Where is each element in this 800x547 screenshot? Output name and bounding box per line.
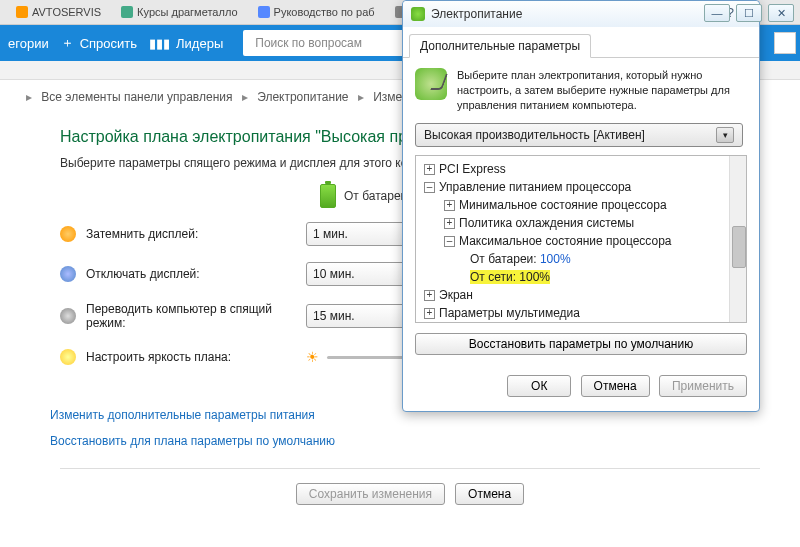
scrollbar[interactable] (729, 156, 746, 322)
settings-tree: +PCI Express –Управление питанием процес… (415, 155, 747, 323)
nav-leaders[interactable]: ▮▮▮Лидеры (149, 36, 223, 51)
cancel-button[interactable]: Отмена (455, 483, 524, 505)
battery-icon (320, 184, 336, 208)
power-options-dialog: Электропитание ? ✕ Дополнительные параме… (402, 0, 760, 412)
brightness-icon (60, 349, 76, 365)
tab-label: AVTOSERVIS (32, 6, 101, 18)
page-footer: Сохранить изменения Отмена (60, 468, 760, 519)
browser-tab[interactable]: AVTOSERVIS (8, 6, 109, 18)
chevron-right-icon: ▸ (358, 90, 364, 104)
cancel-button[interactable]: Отмена (581, 375, 650, 397)
expand-icon[interactable]: + (424, 164, 435, 175)
intro-text: Выберите план электропитания, который ну… (457, 68, 747, 113)
ok-button[interactable]: ОК (507, 375, 571, 397)
expand-icon[interactable]: + (424, 290, 435, 301)
dialog-body: Выберите план электропитания, который ну… (403, 58, 759, 365)
tree-value-row[interactable]: От батареи: 100% (418, 250, 744, 268)
page-icon[interactable] (774, 32, 796, 54)
combo-value: 15 мин. (313, 309, 355, 323)
row-label: Настроить яркость плана: (86, 350, 306, 364)
nav-ask[interactable]: ＋Спросить (61, 34, 137, 52)
expand-icon[interactable]: + (444, 218, 455, 229)
dialog-tabstrip: Дополнительные параметры (403, 29, 759, 58)
collapse-icon[interactable]: – (424, 182, 435, 193)
battery-plug-icon (415, 68, 447, 100)
tree-node[interactable]: Управление питанием процессора (439, 180, 631, 194)
bars-icon: ▮▮▮ (149, 36, 170, 51)
dialog-footer: ОК Отмена Применить (403, 365, 759, 411)
tree-node[interactable]: Экран (439, 288, 473, 302)
restore-row: Восстановить параметры по умолчанию (415, 333, 747, 355)
collapse-icon[interactable]: – (444, 236, 455, 247)
dim-icon (60, 226, 76, 242)
save-button[interactable]: Сохранить изменения (296, 483, 445, 505)
plus-icon: ＋ (61, 34, 74, 52)
tree-node[interactable]: PCI Express (439, 162, 506, 176)
minimize-button[interactable]: — (704, 4, 730, 22)
ac-max-value: 100% (519, 270, 550, 284)
monitor-off-icon (60, 266, 76, 282)
close-button[interactable]: ✕ (768, 4, 794, 22)
tree-node[interactable]: Политика охлаждения системы (459, 216, 634, 230)
sleep-icon (60, 308, 76, 324)
restore-defaults-button[interactable]: Восстановить параметры по умолчанию (415, 333, 747, 355)
tree-node[interactable]: Параметры мультимедиа (439, 306, 580, 320)
tab-label: Курсы драгметалло (137, 6, 237, 18)
power-icon (411, 7, 425, 21)
tab-label: Руководство по раб (274, 6, 375, 18)
combo-value: 10 мин. (313, 267, 355, 281)
nav-categories[interactable]: егории (8, 36, 49, 51)
combo-value: Высокая производительность [Активен] (424, 128, 645, 142)
chevron-right-icon: ▸ (242, 90, 248, 104)
dialog-title: Электропитание (431, 7, 522, 21)
chevron-right-icon: ▸ (26, 90, 32, 104)
scrollbar-thumb[interactable] (732, 226, 746, 268)
browser-tab[interactable]: Руководство по раб (250, 6, 383, 18)
battery-label: От батареи (344, 189, 407, 203)
tab-advanced[interactable]: Дополнительные параметры (409, 34, 591, 58)
row-label: Переводить компьютер в спящий режим: (86, 302, 306, 330)
battery-max-value[interactable]: 100% (540, 252, 571, 266)
tree-value-row[interactable]: От сети: 100% (418, 268, 744, 286)
tree-node[interactable]: Максимальное состояние процессора (459, 234, 671, 248)
row-label: Затемнить дисплей: (86, 227, 306, 241)
power-plan-combo[interactable]: Высокая производительность [Активен] ▾ (415, 123, 743, 147)
chevron-down-icon: ▾ (716, 127, 734, 143)
dialog-intro: Выберите план электропитания, который ну… (415, 68, 747, 113)
apply-button[interactable]: Применить (659, 375, 747, 397)
sun-low-icon: ☀ (306, 349, 319, 365)
window-system-buttons: — ☐ ✕ (704, 4, 794, 22)
tree-node[interactable]: Минимальное состояние процессора (459, 198, 667, 212)
row-label: Отключать дисплей: (86, 267, 306, 281)
breadcrumb-item[interactable]: Электропитание (257, 90, 348, 104)
combo-value: 1 мин. (313, 227, 348, 241)
expand-icon[interactable]: + (444, 200, 455, 211)
browser-tab[interactable]: Курсы драгметалло (113, 6, 245, 18)
maximize-button[interactable]: ☐ (736, 4, 762, 22)
link-restore-defaults[interactable]: Восстановить для плана параметры по умол… (50, 434, 760, 448)
breadcrumb-item[interactable]: Все элементы панели управления (41, 90, 232, 104)
extra-links: Изменить дополнительные параметры питани… (50, 408, 760, 448)
expand-icon[interactable]: + (424, 308, 435, 319)
